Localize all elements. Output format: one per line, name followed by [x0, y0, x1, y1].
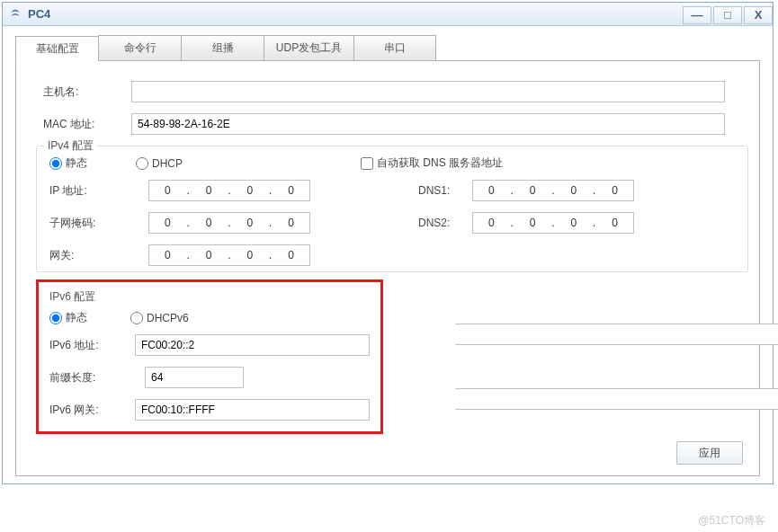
ipv6-addr-input-ext[interactable] [455, 324, 778, 345]
ipv6-dhcpv6-label: DHCPv6 [147, 312, 189, 324]
ipv6-addr-input[interactable] [135, 334, 370, 356]
content-area: 基础配置 命令行 组播 UDP发包工具 串口 主机名: MAC 地址: IPv4… [3, 26, 773, 483]
ipv6-static-label: 静态 [66, 310, 87, 325]
ipv6-group: IPv6 配置 静态 DHCPv6 IPv6 地址: [49, 282, 370, 421]
ipv6-gw-label: IPv6 网关: [49, 403, 135, 418]
tab-bar: 基础配置 命令行 组播 UDP发包工具 串口 [15, 35, 760, 60]
minimize-button[interactable]: — [683, 6, 711, 24]
dns2-label: DNS2: [418, 217, 472, 229]
auto-dns-checkbox[interactable]: 自动获取 DNS 服务器地址 [361, 155, 503, 171]
ipv6-gw-input[interactable] [135, 399, 370, 421]
ipv6-addr-label: IPv6 地址: [49, 338, 135, 353]
ipv6-prefix-input[interactable] [145, 367, 244, 388]
hostname-input[interactable] [131, 81, 725, 102]
mask-label: 子网掩码: [49, 216, 148, 231]
auto-dns-checkbox-input[interactable] [361, 157, 373, 170]
dns1-label: DNS1: [418, 184, 472, 197]
window-title: PC4 [28, 7, 50, 21]
ip-input[interactable]: 0. 0. 0. 0 [148, 180, 310, 201]
tab-serial[interactable]: 串口 [353, 35, 436, 60]
ipv6-gw-input-ext[interactable] [455, 388, 778, 410]
close-button[interactable]: X [744, 6, 773, 24]
ip-label: IP 地址: [49, 183, 148, 199]
tab-cli[interactable]: 命令行 [98, 35, 181, 60]
dns1-input[interactable]: 0. 0. 0. 0 [472, 180, 634, 201]
window-frame: PC4 — □ X 基础配置 命令行 组播 UDP发包工具 串口 主机名: MA… [2, 2, 774, 484]
tab-multicast[interactable]: 组播 [181, 35, 264, 60]
tab-basic[interactable]: 基础配置 [15, 36, 98, 61]
gateway-input[interactable]: 0. 0. 0. 0 [148, 244, 310, 266]
ipv4-static-radio-input[interactable] [49, 157, 62, 170]
ipv4-dhcp-label: DHCP [152, 157, 183, 170]
dns2-input[interactable]: 0. 0. 0. 0 [472, 212, 634, 234]
ipv4-dhcp-radio-input[interactable] [136, 157, 148, 170]
gateway-label: 网关: [49, 248, 148, 263]
ipv4-legend: IPv4 配置 [44, 138, 97, 154]
ipv4-static-label: 静态 [66, 155, 87, 171]
ipv6-highlight: IPv6 配置 静态 DHCPv6 IPv6 地址: [36, 279, 383, 434]
mac-input[interactable] [131, 113, 725, 135]
ipv4-group: IPv4 配置 静态 DHCP 自动获取 DNS 服务器地址 [36, 146, 748, 272]
mask-input[interactable]: 0. 0. 0. 0 [148, 212, 310, 234]
watermark: @51CTO博客 [698, 513, 765, 528]
mac-label: MAC 地址: [43, 117, 131, 132]
titlebar: PC4 — □ X [3, 3, 773, 26]
apply-button[interactable]: 应用 [676, 441, 743, 465]
tab-udp[interactable]: UDP发包工具 [264, 35, 353, 60]
basic-panel: 主机名: MAC 地址: IPv4 配置 静态 DHCP [15, 60, 760, 476]
app-icon [8, 7, 22, 22]
ipv6-prefix-label: 前缀长度: [49, 370, 145, 386]
window-controls: — □ X [681, 4, 773, 24]
auto-dns-label: 自动获取 DNS 服务器地址 [377, 155, 503, 171]
ipv6-dhcpv6-radio-input[interactable] [130, 312, 143, 324]
ipv6-static-radio-input[interactable] [49, 312, 62, 324]
ipv4-dhcp-radio[interactable]: DHCP [136, 157, 183, 170]
ipv4-static-radio[interactable]: 静态 [49, 155, 87, 171]
ipv6-dhcpv6-radio[interactable]: DHCPv6 [130, 312, 189, 324]
maximize-button[interactable]: □ [713, 6, 742, 24]
ipv6-static-radio[interactable]: 静态 [49, 310, 87, 325]
hostname-label: 主机名: [43, 84, 131, 100]
ipv6-legend: IPv6 配置 [49, 289, 370, 305]
